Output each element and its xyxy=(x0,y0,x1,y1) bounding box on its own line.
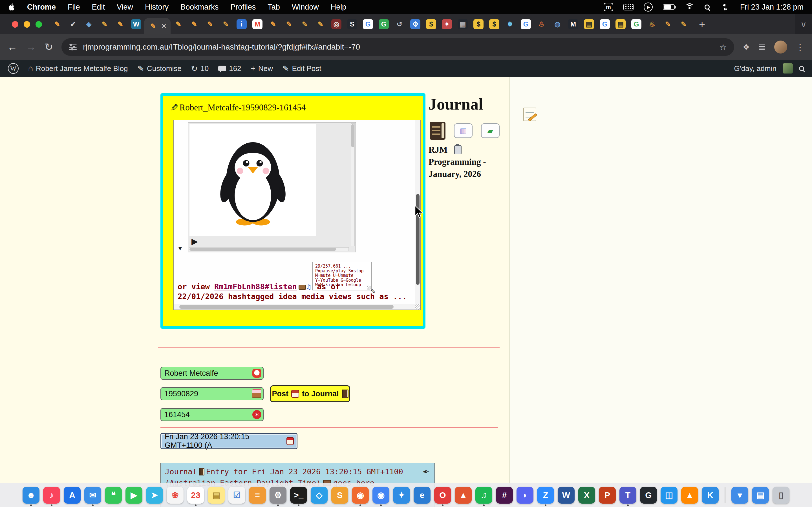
listen-link[interactable]: Rm1mFbLnh88#listen xyxy=(214,282,297,291)
media-scroll-thumb[interactable] xyxy=(351,124,354,147)
pinned-tab[interactable]: $ xyxy=(489,19,499,29)
dock-calculator-icon[interactable]: = xyxy=(249,487,266,504)
pinned-tab[interactable]: ✎ xyxy=(100,19,110,29)
birthdate-input[interactable] xyxy=(160,387,264,400)
dock-powerpoint-icon[interactable]: P xyxy=(599,487,616,504)
menu-item-bookmarks[interactable]: Bookmarks xyxy=(181,3,218,11)
dock-edge-icon[interactable]: e xyxy=(414,487,430,504)
pinned-tab[interactable]: G xyxy=(378,19,389,29)
dock-firefox-icon[interactable]: ◉ xyxy=(352,487,369,504)
menu-item-window[interactable]: Window xyxy=(292,3,319,11)
dock-chrome-icon[interactable]: ◉ xyxy=(372,487,389,504)
dock-docker-icon[interactable]: ◫ xyxy=(661,487,677,504)
dock-sublime-icon[interactable]: S xyxy=(331,487,348,504)
pinned-tab[interactable]: ✎ xyxy=(315,19,326,29)
media-scrollbar-vertical[interactable] xyxy=(351,123,355,246)
dock-facetime-icon[interactable]: ▶ xyxy=(125,487,142,504)
comments-link[interactable]: 162 xyxy=(218,64,241,73)
dock-trash-icon[interactable]: ▯ xyxy=(772,487,790,504)
wp-search-icon[interactable] xyxy=(799,64,804,73)
pinned-tab[interactable]: ◈ xyxy=(84,19,94,29)
wifi-icon[interactable] xyxy=(685,3,695,11)
pinned-tab[interactable]: ▤ xyxy=(584,19,594,29)
media-player-frame[interactable]: ▶ xyxy=(188,122,356,252)
apple-menu-icon[interactable] xyxy=(8,3,15,11)
pinned-tab[interactable]: W xyxy=(131,19,141,29)
dock-messages-icon[interactable]: ❝ xyxy=(105,487,122,504)
dock-opera-icon[interactable]: O xyxy=(434,487,451,504)
pinned-tab[interactable]: G xyxy=(363,19,373,29)
dock-vlc-icon[interactable]: ▲ xyxy=(681,487,698,504)
edit-post-link[interactable]: ✎ Edit Post xyxy=(283,64,321,73)
menu-item-help[interactable]: Help xyxy=(331,3,347,11)
site-name-link[interactable]: ⌂ Robert James Metcalfe Blog xyxy=(28,64,128,73)
new-tab-button[interactable]: + xyxy=(699,18,705,31)
pinned-tab[interactable]: G xyxy=(631,19,642,29)
control-center-icon[interactable] xyxy=(720,4,730,10)
dock-mail-icon[interactable]: ✉ xyxy=(84,487,101,504)
forward-button[interactable]: → xyxy=(26,41,36,53)
menu-bar-clock[interactable]: Fri 23 Jan 1:28 pm xyxy=(740,3,804,11)
pinned-tab[interactable]: G xyxy=(521,19,531,29)
dock-keynote-icon[interactable]: K xyxy=(702,487,719,504)
pinned-tab[interactable]: ◍ xyxy=(552,19,562,29)
pinned-tab[interactable]: ✎ xyxy=(300,19,310,29)
dock-system-settings-icon[interactable]: ⚙ xyxy=(269,487,287,504)
dock-finder-icon[interactable]: ☻ xyxy=(22,487,40,504)
menu-item-edit[interactable]: Edit xyxy=(92,3,105,11)
pinned-tab[interactable]: ✎ xyxy=(189,19,199,29)
url-text[interactable]: rjmprogramming.com.au/ITblog/journal-has… xyxy=(83,43,360,52)
pinned-tab[interactable]: ❄ xyxy=(505,19,515,29)
menu-extra-app-icon[interactable]: m xyxy=(604,3,613,11)
pinned-tab[interactable]: ↺ xyxy=(395,19,405,29)
play-button[interactable]: ▶ xyxy=(192,236,198,246)
dock-notes-icon[interactable]: ▤ xyxy=(208,487,225,504)
dropdown-arrow-icon[interactable]: ▼ xyxy=(177,245,183,252)
dock-maps-icon[interactable]: ➤ xyxy=(146,487,163,504)
widget-button-green[interactable]: ▰ xyxy=(481,123,500,138)
dock-terminal-icon[interactable]: >_ xyxy=(290,487,307,504)
updates-link[interactable]: ↻ 10 xyxy=(191,64,209,73)
dock-calendar-icon[interactable]: 23 xyxy=(187,487,204,504)
pinned-tab[interactable]: S xyxy=(347,19,357,29)
frame-scrollbar-horizontal[interactable] xyxy=(174,304,415,309)
dock-discord-icon[interactable]: ◗ xyxy=(516,487,534,504)
dock-word-icon[interactable]: W xyxy=(558,487,574,504)
pinned-tab[interactable]: $ xyxy=(426,19,436,29)
howdy-greeting[interactable]: G'day, admin xyxy=(734,64,776,73)
new-content-link[interactable]: + New xyxy=(251,64,273,73)
customise-link[interactable]: ✎ Customise xyxy=(138,64,182,73)
media-scrollbar-horizontal[interactable] xyxy=(189,247,349,251)
dock-documents-folder-icon[interactable]: ▤ xyxy=(752,487,769,504)
menu-item-history[interactable]: History xyxy=(145,3,168,11)
dock-spotify-icon[interactable]: ♫ xyxy=(475,487,492,504)
name-input[interactable] xyxy=(160,367,264,380)
media-controls-icon[interactable]: ≣ xyxy=(758,42,766,52)
profile-avatar[interactable] xyxy=(774,41,787,54)
spotlight-search-icon[interactable] xyxy=(705,4,710,10)
address-bar[interactable]: rjmprogramming.com.au/ITblog/journal-has… xyxy=(61,38,734,56)
dock-excel-icon[interactable]: X xyxy=(578,487,595,504)
tab-search-chevron[interactable]: ∨ xyxy=(795,14,812,34)
pinned-tab[interactable]: G xyxy=(600,19,610,29)
post-to-journal-button[interactable]: Post to Journal xyxy=(270,385,350,402)
pinned-tab[interactable]: ✎ xyxy=(663,19,673,29)
dock-music-icon[interactable]: ♪ xyxy=(43,487,60,504)
window-minimize-button[interactable] xyxy=(24,21,30,27)
frame-resize-corner[interactable] xyxy=(415,304,420,309)
pinned-tab[interactable]: ✦ xyxy=(442,19,452,29)
play-status-icon[interactable]: ▶ xyxy=(644,3,653,11)
memo-note-icon[interactable] xyxy=(523,108,536,121)
pinned-tab[interactable]: ✎ xyxy=(284,19,294,29)
pinned-tab[interactable]: M xyxy=(252,19,262,29)
menu-item-tab[interactable]: Tab xyxy=(267,3,280,11)
pinned-tab[interactable]: i xyxy=(237,19,247,29)
pinned-tab[interactable]: ✎ xyxy=(679,19,689,29)
pinned-tab[interactable]: M xyxy=(568,19,578,29)
dock-vscode-icon[interactable]: ◇ xyxy=(311,487,327,504)
pinned-tab[interactable]: ♨ xyxy=(647,19,657,29)
menu-item-profiles[interactable]: Profiles xyxy=(231,3,256,11)
bookmark-star-icon[interactable]: ☆ xyxy=(719,42,727,52)
dock-slack-icon[interactable]: # xyxy=(496,487,513,504)
pinned-tab[interactable]: ♨ xyxy=(537,19,547,29)
